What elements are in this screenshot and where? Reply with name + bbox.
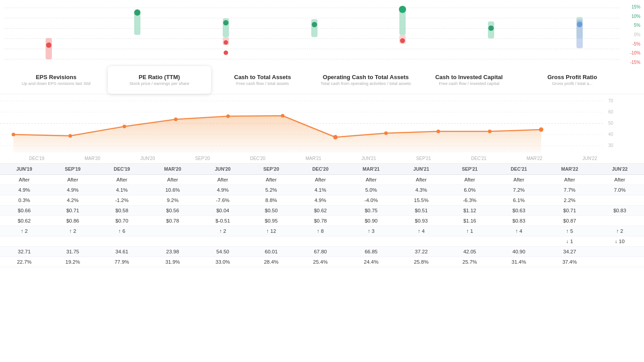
td-r3-8: $0.51 [397, 206, 445, 216]
td-r5dn-8 [397, 236, 445, 247]
metric-headers: EPS Revisions Up and down EPS revisions … [4, 66, 624, 94]
svg-point-40 [488, 130, 491, 133]
metric-header-cash[interactable]: Cash to Total Assets Free cash flow / to… [211, 66, 314, 94]
metric-title-cash: Cash to Total Assets [234, 74, 291, 81]
td-r4-2: $0.70 [97, 216, 147, 226]
bullet-col-eps2 [93, 2, 182, 67]
y-tick-5: 5% [634, 23, 640, 28]
svg-point-38 [384, 131, 388, 135]
td-r2-2: -1.2% [97, 195, 147, 206]
td-r5up-1: ↑ 2 [48, 226, 97, 236]
th-jun20: JUN'20 [199, 164, 247, 175]
td-r4-10: $0.83 [494, 216, 544, 226]
x-label-jun20: JUN'20 [140, 156, 155, 161]
metric-title-gp: Gross Profit Ratio [547, 74, 597, 81]
td-r3-4: $0.04 [199, 206, 247, 216]
svg-rect-0 [46, 38, 52, 59]
td-r5up-9: ↑ 1 [445, 226, 494, 236]
td-r2-10: 6.1% [494, 195, 544, 206]
td-r6-3: 23.98 [147, 247, 199, 257]
table-row-4: $0.62 $0.86 $0.70 $0.78 $-0.51 $0.95 $0.… [0, 216, 644, 226]
x-label-mar22: MAR'22 [526, 156, 542, 161]
data-table: JUN'19 SEP'19 DEC'19 MAR'20 JUN'20 SEP'2… [0, 164, 644, 267]
bullet-charts-wrapper [4, 2, 624, 67]
metric-header-eps[interactable]: EPS Revisions Up and down EPS revisions … [4, 66, 108, 94]
th-dec19: DEC'19 [97, 164, 147, 175]
td-r1-1: 4.9% [48, 185, 97, 195]
td-r3-9: $1.12 [445, 206, 494, 216]
td-r3-6: $0.62 [296, 206, 345, 216]
td-r7-0: 22.7% [0, 257, 48, 267]
svg-text:30: 30 [608, 143, 614, 148]
td-r3-11: $0.71 [544, 206, 596, 216]
td-r1-4: 4.9% [199, 185, 247, 195]
td-r6-2: 34.61 [97, 247, 147, 257]
metric-header-opcash[interactable]: Operating Cash to Total Assets Total cas… [314, 66, 417, 94]
svg-point-39 [436, 130, 440, 133]
td-after-6: After [296, 175, 345, 185]
td-r3-3: $0.56 [147, 206, 199, 216]
svg-point-41 [539, 127, 543, 132]
y-tick-15: 15% [631, 4, 640, 9]
td-r2-9: -6.3% [445, 195, 494, 206]
td-r5dn-0 [0, 236, 48, 247]
td-r7-12 [596, 257, 644, 267]
svg-text:70: 70 [608, 98, 614, 103]
table-row-5down: ↓ 1 ↓ 10 [0, 236, 644, 247]
td-r5up-3 [147, 226, 199, 236]
metric-title-eps: EPS Revisions [36, 74, 76, 81]
td-r1-10: 7.2% [494, 185, 544, 195]
main-page: 15% 10% 5% 0% -5% -10% -15% [0, 0, 644, 362]
th-mar20: MAR'20 [147, 164, 199, 175]
td-r1-8: 4.3% [397, 185, 445, 195]
bullet-col-pe [182, 2, 270, 67]
td-r3-1: $0.71 [48, 206, 97, 216]
line-chart-section: 70 60 50 40 30 [0, 94, 644, 163]
td-r4-1: $0.86 [48, 216, 97, 226]
metric-header-pe[interactable]: PE Ratio (TTM) Stock price / earnings pe… [108, 66, 211, 94]
td-r5dn-2 [97, 236, 147, 247]
td-r7-3: 31.9% [147, 257, 199, 267]
svg-point-3 [134, 9, 140, 16]
svg-point-35 [226, 114, 230, 118]
td-r3-5: $0.50 [247, 206, 295, 216]
td-r4-8: $0.93 [397, 216, 445, 226]
td-r1-7: 5.0% [345, 185, 397, 195]
td-r5dn-12: ↓ 10 [596, 236, 644, 247]
td-r6-0: 32.71 [0, 247, 48, 257]
svg-point-1 [46, 42, 51, 48]
line-chart-svg: 70 60 50 40 30 [0, 97, 622, 155]
td-r1-5: 5.2% [247, 185, 295, 195]
td-r7-1: 19.2% [48, 257, 97, 267]
td-r6-4: 54.50 [199, 247, 247, 257]
td-r5up-8: ↑ 4 [397, 226, 445, 236]
x-label-jun22: JUN'22 [583, 156, 597, 161]
svg-text:60: 60 [608, 109, 614, 114]
td-r4-0: $0.62 [0, 216, 48, 226]
th-mar21: MAR'21 [345, 164, 397, 175]
td-r7-4: 33.0% [199, 257, 247, 267]
y-tick-neg5: -5% [632, 42, 640, 46]
x-label-dec19: DEC'19 [29, 156, 44, 161]
svg-point-37 [333, 135, 338, 139]
td-r2-4: -7.6% [199, 195, 247, 206]
td-after-0: After [0, 175, 48, 185]
svg-point-14 [400, 38, 405, 43]
x-label-jun21: JUN'21 [361, 156, 376, 161]
td-r5dn-7 [345, 236, 397, 247]
td-r5up-0: ↑ 2 [0, 226, 48, 236]
th-sep21: SEP'21 [445, 164, 494, 175]
bullet-svg-eps2 [124, 6, 151, 64]
td-r2-0: 0.3% [0, 195, 48, 206]
td-after-1: After [48, 175, 97, 185]
metric-header-cashic[interactable]: Cash to Invested Capital Free cash flow … [417, 66, 521, 94]
svg-point-7 [224, 40, 228, 45]
td-r1-0: 4.9% [0, 185, 48, 195]
th-dec20: DEC'20 [296, 164, 345, 175]
metric-header-gp[interactable]: Gross Profit Ratio Gross profit / total … [521, 66, 624, 94]
table-row-7: 22.7% 19.2% 77.9% 31.9% 33.0% 28.4% 25.4… [0, 257, 644, 267]
td-r5dn-5 [247, 236, 295, 247]
td-r2-5: 8.8% [247, 195, 295, 206]
svg-point-20 [577, 22, 582, 27]
x-label-dec21: DEC'21 [471, 156, 486, 161]
